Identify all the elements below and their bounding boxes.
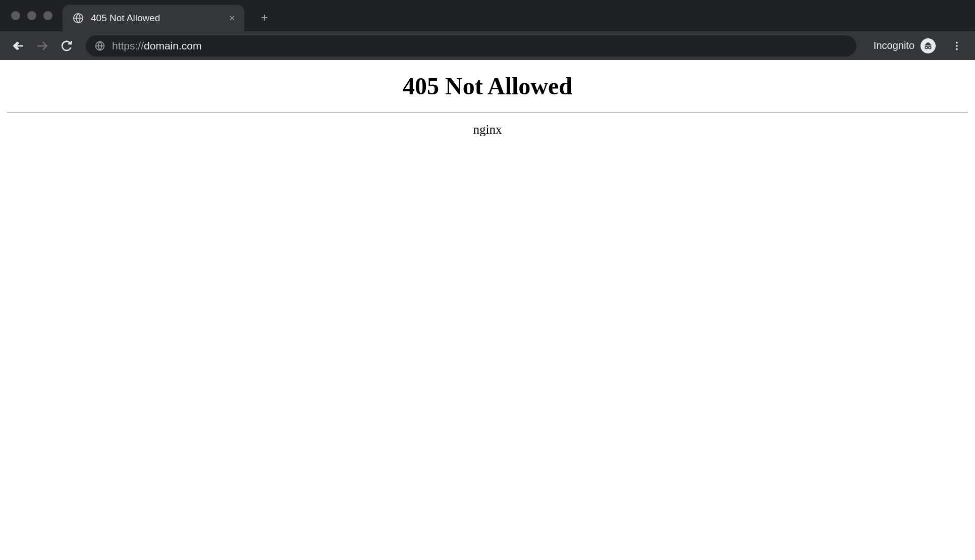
- menu-button[interactable]: [947, 36, 967, 56]
- reload-button[interactable]: [57, 36, 77, 56]
- svg-point-11: [929, 46, 931, 48]
- svg-point-10: [925, 46, 928, 48]
- server-name: nginx: [6, 123, 969, 137]
- url-text: https://domain.com: [112, 40, 201, 52]
- browser-tab[interactable]: 405 Not Allowed: [63, 5, 244, 31]
- url-scheme: https://: [112, 40, 144, 51]
- svg-point-14: [956, 45, 958, 47]
- toolbar: https://domain.com Incognito: [0, 31, 975, 60]
- globe-icon: [73, 13, 84, 24]
- page-content: 405 Not Allowed nginx: [0, 60, 975, 143]
- window-close-button[interactable]: [11, 11, 20, 20]
- window-controls: [0, 11, 63, 20]
- back-button[interactable]: [8, 36, 28, 56]
- titlebar: 405 Not Allowed: [0, 0, 975, 31]
- svg-point-15: [956, 48, 958, 50]
- address-bar[interactable]: https://domain.com: [86, 35, 856, 57]
- incognito-icon: [920, 38, 936, 53]
- incognito-badge: Incognito: [874, 38, 936, 53]
- error-heading: 405 Not Allowed: [6, 72, 969, 100]
- new-tab-button[interactable]: [254, 8, 275, 28]
- window-maximize-button[interactable]: [43, 11, 52, 20]
- window-minimize-button[interactable]: [27, 11, 36, 20]
- svg-point-13: [956, 41, 958, 43]
- divider: [7, 112, 968, 113]
- url-domain: domain.com: [144, 40, 201, 51]
- forward-button[interactable]: [32, 36, 52, 56]
- browser-chrome: 405 Not Allowed: [0, 0, 975, 60]
- tab-title: 405 Not Allowed: [91, 13, 221, 24]
- tab-close-button[interactable]: [226, 12, 238, 24]
- incognito-label: Incognito: [874, 40, 914, 51]
- site-info-icon[interactable]: [95, 41, 105, 51]
